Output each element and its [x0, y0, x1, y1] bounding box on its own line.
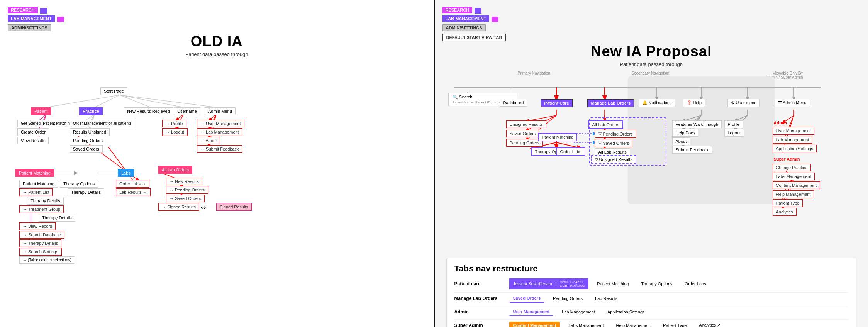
- node-view-record[interactable]: → View Record: [19, 222, 56, 230]
- node-help[interactable]: ❓ Help: [683, 99, 705, 107]
- left-panel: RESEARCH LAB MANAGEMENT ADMIN/SETTINGS O…: [0, 0, 435, 327]
- node-order-labs-right[interactable]: Order Labs: [556, 147, 585, 156]
- tab-help-mgmt-t[interactable]: Help Management: [612, 322, 654, 327]
- tab-patient-matching[interactable]: Patient Matching: [593, 280, 632, 288]
- node-patient-matching[interactable]: Patient Matching: [15, 169, 54, 177]
- node-table-col[interactable]: → (Table column selections): [19, 256, 75, 264]
- node-manage-lab-orders[interactable]: Manage Lab Orders: [587, 99, 635, 107]
- node-patient-type[interactable]: Patient Type: [773, 199, 803, 207]
- tag-research[interactable]: RESEARCH: [8, 7, 38, 13]
- node-change-practice[interactable]: Change Practice: [773, 164, 811, 171]
- node-help-mgmt[interactable]: Help Management: [773, 190, 814, 198]
- node-admin-menu[interactable]: Admin Menu: [205, 107, 236, 115]
- node-pending-orders-right[interactable]: Pending Orders: [506, 139, 543, 147]
- tab-analytics-t[interactable]: Analytics ↗: [695, 321, 724, 327]
- node-all-lab-orders[interactable]: All Lab Orders: [158, 166, 192, 174]
- node-therapy-details3[interactable]: Therapy Details: [39, 214, 75, 222]
- tab-app-settings-t[interactable]: Application Settings: [604, 308, 649, 316]
- node-search-database[interactable]: → Search Database: [19, 231, 64, 239]
- label-admin: Admin: [774, 120, 787, 125]
- tab-lab-mgmt-t[interactable]: Lab Management: [558, 308, 599, 316]
- tab-user-mgmt-t[interactable]: User Management: [509, 308, 554, 316]
- node-lab-results[interactable]: Lab Results →: [116, 188, 151, 196]
- node-user-mgmt[interactable]: → User Management: [197, 120, 244, 127]
- node-therapy-details4[interactable]: → Therapy Details: [19, 239, 61, 247]
- node-all-lab-orders-right[interactable]: All Lab Orders: [588, 120, 623, 129]
- node-profile[interactable]: → Profile: [162, 120, 186, 127]
- node-create-order[interactable]: Create Order: [17, 128, 49, 136]
- node-user-mgmt-right[interactable]: User Management: [773, 127, 815, 135]
- node-submit-feedback[interactable]: → Submit Feedback: [197, 145, 242, 153]
- node-lab-mgmt-right[interactable]: Lab Management: [773, 136, 813, 144]
- node-analytics[interactable]: Analytics: [773, 208, 797, 216]
- tab-jessica[interactable]: Jessica Kristoffersen ↑ MRN: 1234321 DOB…: [509, 278, 589, 289]
- tab-labs-mgmt-t[interactable]: Labs Management: [565, 322, 607, 327]
- node-get-started[interactable]: Get Started (Patient Matching): [17, 120, 76, 127]
- node-order-labs[interactable]: Order Labs →: [116, 180, 149, 188]
- node-unsigned-results-dashed[interactable]: ▽ Unsigned Results: [591, 155, 636, 164]
- node-lab-mgmt[interactable]: → Lab Management: [197, 128, 242, 136]
- node-app-settings[interactable]: Application Settings: [773, 145, 817, 152]
- node-saved-orders-mlo[interactable]: ▽ Saved Orders: [595, 139, 633, 147]
- node-pending-orders2[interactable]: → Pending Orders: [166, 186, 208, 194]
- tab-pending-orders-t[interactable]: Pending Orders: [549, 295, 587, 302]
- tabs-row-admin: Admin User Management Lab Management App…: [454, 308, 849, 316]
- node-help-docs[interactable]: Help Docs: [672, 129, 699, 137]
- tag-lab-right[interactable]: LAB MANAGEMENT: [442, 15, 490, 22]
- node-dashboard[interactable]: Dashboard: [500, 99, 527, 107]
- node-new-results[interactable]: → New Results: [166, 178, 202, 185]
- tag-default[interactable]: DEFAULT START VIEW/TAB: [442, 34, 506, 41]
- node-therapy-details1[interactable]: Therapy Details: [68, 188, 104, 196]
- node-saved-orders2[interactable]: → Saved Orders: [166, 195, 205, 202]
- tag-admin[interactable]: ADMIN/SETTINGS: [8, 24, 51, 31]
- node-patient-list[interactable]: → Patient List: [19, 188, 53, 196]
- node-about[interactable]: → About: [197, 137, 220, 144]
- node-patient-care[interactable]: Patient Care: [541, 99, 573, 107]
- node-labs-mgmt[interactable]: Labs Management: [773, 173, 815, 180]
- node-profile-right[interactable]: Profile: [724, 120, 743, 128]
- node-signed-results2[interactable]: Signed Results: [216, 203, 252, 211]
- node-labs[interactable]: Labs: [118, 169, 134, 177]
- node-search-settings[interactable]: → Search Settings: [19, 248, 62, 256]
- node-username[interactable]: Username: [174, 107, 200, 115]
- node-practice[interactable]: Practice: [79, 107, 103, 115]
- node-therapy-details2[interactable]: Therapy Details: [27, 197, 64, 205]
- tag-research-right[interactable]: RESEARCH: [442, 7, 473, 13]
- node-patient-matching-right[interactable]: Patient Matching: [538, 133, 578, 141]
- node-features-walk[interactable]: Features Walk Though: [672, 120, 722, 128]
- node-admin-menu-right[interactable]: ☰ Admin Menu: [775, 99, 810, 107]
- node-results-unsigned[interactable]: Results Unsigned: [70, 128, 110, 136]
- node-signed-results1[interactable]: → Signed Results: [158, 203, 199, 211]
- node-saved-orders[interactable]: Saved Orders: [70, 145, 103, 153]
- svg-line-0: [46, 95, 120, 107]
- tag-lab[interactable]: LAB MANAGEMENT: [8, 15, 55, 22]
- node-saved-orders-right[interactable]: Saved Orders: [506, 130, 539, 137]
- tab-lab-results-t[interactable]: Lab Results: [591, 295, 621, 302]
- node-submit-feedback-right[interactable]: Submit Feedback: [672, 146, 712, 154]
- node-notifications[interactable]: 🔔 Notifications: [639, 99, 675, 107]
- tab-therapy-options[interactable]: Therapy Options: [637, 280, 676, 288]
- node-logout-right[interactable]: Logout: [724, 129, 744, 137]
- node-pm-sub[interactable]: Patient Matching: [19, 180, 58, 188]
- node-pending-orders-mlo[interactable]: ▽ Pending Orders: [595, 130, 636, 138]
- node-all-lab-results[interactable]: All Lab Results: [595, 148, 630, 156]
- node-treatment-group[interactable]: → Treatment Group: [19, 205, 64, 213]
- tag-admin-right[interactable]: ADMIN/SETTINGS: [442, 24, 486, 31]
- node-new-results-rcvd[interactable]: New Results Recieved: [124, 107, 173, 115]
- node-therapy-options[interactable]: Therapy Options: [60, 180, 98, 188]
- node-logout[interactable]: → Logout: [162, 128, 188, 136]
- node-pending-orders[interactable]: Pending Orders: [70, 137, 106, 144]
- tabs-label-mlo: Manage Lab Orders: [454, 296, 505, 301]
- tab-patient-type-t[interactable]: Patient Type: [659, 322, 690, 327]
- node-order-mgmt[interactable]: Order Management for all patients: [70, 120, 135, 127]
- node-unsigned-results-right[interactable]: Unsigned Results: [506, 120, 546, 128]
- node-user-menu[interactable]: ⚙ User menu: [727, 99, 760, 107]
- node-patient[interactable]: Patient: [31, 107, 51, 115]
- tab-jessica-mrn: MRN: 1234321: [560, 280, 585, 284]
- tab-content-mgmt-t[interactable]: Content Management: [509, 322, 560, 327]
- node-content-mgmt[interactable]: Content Management: [773, 181, 821, 189]
- node-view-results[interactable]: View Results: [17, 137, 49, 144]
- tab-saved-orders[interactable]: Saved Orders: [509, 294, 545, 303]
- tab-order-labs[interactable]: Order Labs: [681, 280, 710, 288]
- node-about-right[interactable]: About: [672, 137, 690, 145]
